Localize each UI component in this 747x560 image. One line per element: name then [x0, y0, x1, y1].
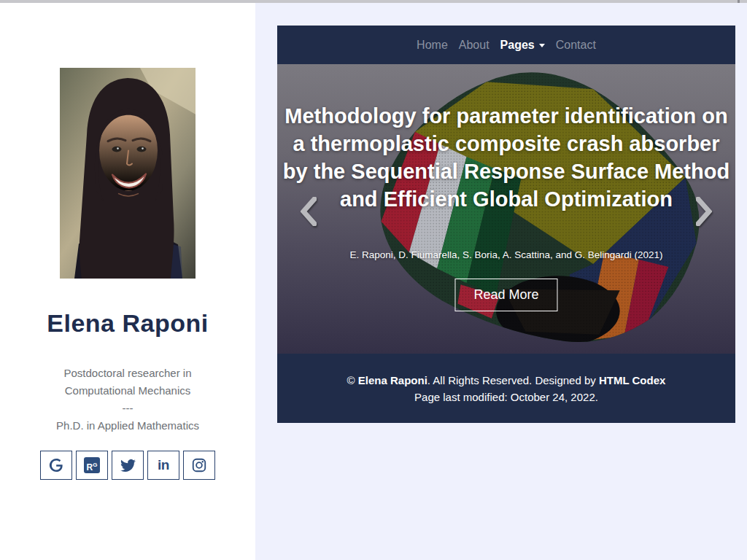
page: Elena Raponi Postdoctoral researcher in … — [0, 0, 747, 560]
profile-photo — [60, 68, 196, 279]
last-modified-line: Page last modified: October 24, 2022. — [277, 389, 735, 405]
subtitle-line-2: Computational Mechanics — [0, 382, 255, 400]
nav-item-about[interactable]: About — [459, 39, 489, 52]
instagram-icon — [191, 457, 207, 473]
hero-carousel: Methodology for parameter identification… — [277, 64, 735, 354]
twitter-icon — [120, 458, 136, 473]
instagram-button[interactable] — [183, 451, 215, 480]
copyright-line: © Elena Raponi. All Rights Reserved. Des… — [277, 372, 735, 389]
profile-name: Elena Raponi — [0, 309, 255, 338]
profile-subtitle: Postdoctoral researcher in Computational… — [0, 365, 255, 435]
chevron-down-icon — [539, 44, 545, 47]
linkedin-icon: in — [158, 457, 169, 473]
nav-item-home[interactable]: Home — [417, 39, 448, 52]
content-card: Home About Pages Contact — [277, 26, 735, 423]
top-navbar: Home About Pages Contact — [277, 26, 735, 64]
social-links: RG in — [0, 451, 255, 480]
google-icon — [48, 457, 64, 473]
twitter-button[interactable] — [112, 451, 144, 480]
subtitle-divider: --- — [0, 400, 255, 417]
copyright-name: Elena Raponi — [358, 374, 427, 386]
publication-authors: E. Raponi, D. Fiumarella, S. Boria, A. S… — [277, 249, 735, 260]
portrait-illustration — [60, 68, 196, 279]
researchgate-button[interactable]: RG — [76, 451, 108, 480]
read-more-button[interactable]: Read More — [454, 279, 557, 311]
publication-title: Methodology for parameter identification… — [280, 102, 732, 213]
nav-item-contact[interactable]: Contact — [556, 39, 596, 52]
profile-sidebar: Elena Raponi Postdoctoral researcher in … — [0, 3, 255, 560]
designer-credit: HTML Codex — [599, 374, 665, 386]
card-footer: © Elena Raponi. All Rights Reserved. Des… — [277, 354, 735, 423]
subtitle-line-1: Postdoctoral researcher in — [0, 365, 255, 382]
linkedin-button[interactable]: in — [147, 451, 179, 480]
nav-item-pages[interactable]: Pages — [500, 39, 545, 52]
google-scholar-button[interactable] — [40, 451, 72, 480]
researchgate-icon: RG — [84, 457, 100, 473]
subtitle-line-3: Ph.D. in Applied Mathematics — [0, 417, 255, 435]
